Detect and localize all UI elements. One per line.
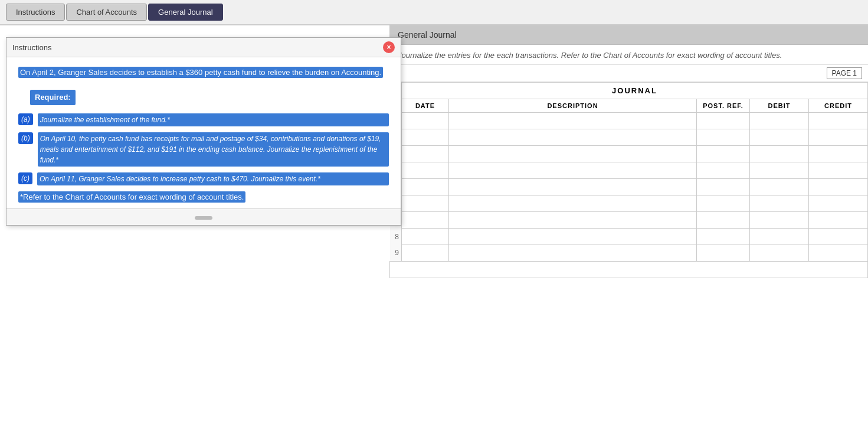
row2-credit-input[interactable] (811, 133, 865, 142)
row8-desc-input[interactable] (451, 233, 694, 241)
row1-credit-input[interactable] (811, 117, 865, 125)
row8-date-input[interactable] (404, 233, 446, 241)
row5-date-input[interactable] (404, 183, 446, 191)
row2-debit[interactable] (750, 129, 809, 146)
row7-description[interactable] (449, 212, 697, 229)
row6-credit[interactable] (809, 195, 868, 212)
row7-postref[interactable] (697, 212, 750, 229)
row6-desc-input[interactable] (451, 200, 694, 208)
scroll-handle (195, 216, 212, 220)
row7-credit-input[interactable] (811, 216, 865, 224)
tab-general-journal[interactable]: General Journal (148, 4, 223, 21)
row5-credit-input[interactable] (811, 183, 865, 191)
tab-instructions[interactable]: Instructions (6, 4, 65, 21)
row3-debit-input[interactable] (752, 150, 806, 158)
row8-credit[interactable] (809, 229, 868, 245)
row7-date[interactable] (402, 212, 449, 229)
tab-chart-of-accounts[interactable]: Chart of Accounts (66, 4, 147, 21)
row8-debit-input[interactable] (752, 233, 806, 241)
row8-description[interactable] (449, 229, 697, 245)
row7-date-input[interactable] (404, 216, 446, 224)
row3-debit[interactable] (750, 146, 809, 162)
row4-credit[interactable] (809, 162, 868, 179)
row4-postref-input[interactable] (699, 167, 747, 175)
row9-debit-input[interactable] (752, 249, 806, 258)
row8-postref-input[interactable] (699, 233, 747, 241)
row4-postref[interactable] (697, 162, 750, 179)
row4-description[interactable] (449, 162, 697, 179)
row4-date-input[interactable] (404, 167, 446, 175)
close-instructions-button[interactable]: × (383, 41, 395, 53)
row2-date-input[interactable] (404, 133, 446, 142)
row7-debit-input[interactable] (752, 216, 806, 224)
row1-debit-input[interactable] (752, 117, 806, 125)
row2-desc-input[interactable] (451, 133, 694, 142)
row2-postref-input[interactable] (699, 133, 747, 142)
row4-desc-input[interactable] (451, 167, 694, 175)
row8-debit[interactable] (750, 229, 809, 245)
row2-postref[interactable] (697, 129, 750, 146)
row3-date[interactable] (402, 146, 449, 162)
row4-credit-input[interactable] (811, 167, 865, 175)
row6-credit-input[interactable] (811, 200, 865, 208)
row6-postref[interactable] (697, 195, 750, 212)
row2-debit-input[interactable] (752, 133, 806, 142)
row9-debit[interactable] (750, 245, 809, 262)
row2-description[interactable] (449, 129, 697, 146)
row3-date-input[interactable] (404, 150, 446, 158)
row4-debit-input[interactable] (752, 167, 806, 175)
row3-postref[interactable] (697, 146, 750, 162)
row1-credit[interactable] (809, 113, 868, 129)
row2-credit[interactable] (809, 129, 868, 146)
row7-postref-input[interactable] (699, 216, 747, 224)
row5-postref-input[interactable] (699, 183, 747, 191)
row9-postref[interactable] (697, 245, 750, 262)
table-row: 4 (390, 162, 868, 179)
row5-desc-input[interactable] (451, 183, 694, 191)
row1-postref-input[interactable] (699, 117, 747, 125)
row6-debit-input[interactable] (752, 200, 806, 208)
row7-credit[interactable] (809, 212, 868, 229)
row5-description[interactable] (449, 179, 697, 195)
row5-postref[interactable] (697, 179, 750, 195)
row1-postref[interactable] (697, 113, 750, 129)
row1-debit[interactable] (750, 113, 809, 129)
table-row: 6 (390, 195, 868, 212)
row6-date-input[interactable] (404, 200, 446, 208)
row7-desc-input[interactable] (451, 216, 694, 224)
row8-credit-input[interactable] (811, 233, 865, 241)
row9-credit-input[interactable] (811, 249, 865, 258)
row9-desc-input[interactable] (451, 249, 694, 258)
row9-postref-input[interactable] (699, 249, 747, 258)
row4-date[interactable] (402, 162, 449, 179)
row1-date-input[interactable] (404, 117, 446, 125)
row8-postref[interactable] (697, 229, 750, 245)
row1-description[interactable] (449, 113, 697, 129)
row1-date[interactable] (402, 113, 449, 129)
row9-date-input[interactable] (404, 249, 446, 258)
journal-header-bar: General Journal (389, 25, 868, 45)
row7-debit[interactable] (750, 212, 809, 229)
row5-date[interactable] (402, 179, 449, 195)
row4-debit[interactable] (750, 162, 809, 179)
row6-date[interactable] (402, 195, 449, 212)
row5-debit-input[interactable] (752, 183, 806, 191)
row8-date[interactable] (402, 229, 449, 245)
row3-description[interactable] (449, 146, 697, 162)
row6-postref-input[interactable] (699, 200, 747, 208)
row9-date[interactable] (402, 245, 449, 262)
row6-description[interactable] (449, 195, 697, 212)
row9-description[interactable] (449, 245, 697, 262)
journal-area: General Journal Journalize the entries f… (389, 25, 868, 439)
row6-debit[interactable] (750, 195, 809, 212)
row3-credit-input[interactable] (811, 150, 865, 158)
row3-credit[interactable] (809, 146, 868, 162)
row9-credit[interactable] (809, 245, 868, 262)
row5-credit[interactable] (809, 179, 868, 195)
row3-desc-input[interactable] (451, 150, 694, 158)
table-row: 1 (390, 113, 868, 129)
row5-debit[interactable] (750, 179, 809, 195)
row3-postref-input[interactable] (699, 150, 747, 158)
row2-date[interactable] (402, 129, 449, 146)
row1-desc-input[interactable] (451, 117, 694, 125)
